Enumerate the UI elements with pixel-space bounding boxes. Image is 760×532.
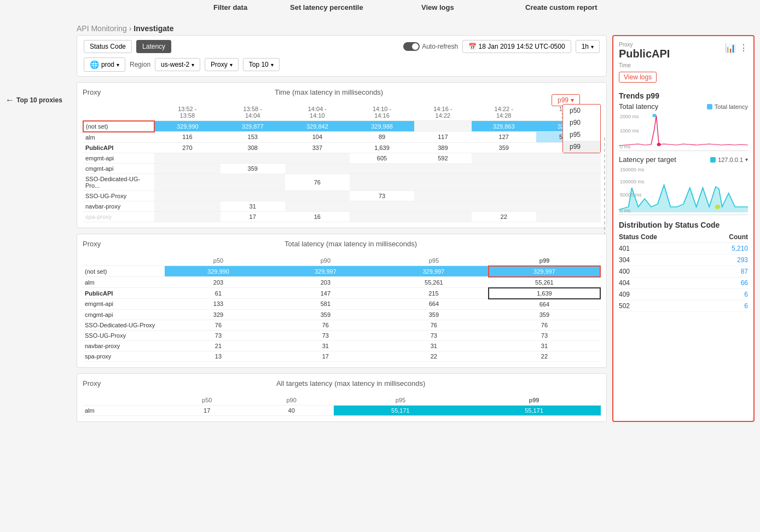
dist-col1-header: Status Code bbox=[619, 232, 705, 243]
table-row: SSO-UG-Proxy 73 bbox=[83, 190, 601, 201]
proxy-col-header bbox=[83, 104, 154, 121]
dist-row-304: 304 293 bbox=[619, 255, 748, 266]
region-label: Region bbox=[130, 61, 150, 68]
dist-row-401: 401 5,210 bbox=[619, 243, 748, 255]
percentile-p95[interactable]: p95 bbox=[563, 129, 600, 141]
latency-per-target-svg bbox=[619, 166, 748, 212]
table-row: alm 17 40 55,171 55,171 bbox=[83, 405, 601, 415]
table-row: SSO-UG-Proxy 73 73 73 73 bbox=[83, 330, 600, 340]
filter-data-annotation: Filter data bbox=[213, 3, 247, 11]
total-latency-chart: 2000 ms 1000 ms 0 ms bbox=[619, 113, 748, 151]
create-report-annotation: Create custom report bbox=[525, 3, 597, 11]
time-col-4: 14:10 -14:16 bbox=[350, 104, 414, 121]
time-range-btn[interactable]: 1h bbox=[576, 40, 600, 53]
table-row: spa-proxy 13 17 22 22 bbox=[83, 351, 600, 361]
more-options-icon[interactable]: ⋮ bbox=[739, 43, 748, 53]
time-label: Time bbox=[619, 62, 748, 68]
breadcrumb: API Monitoring › Investigate bbox=[0, 20, 760, 35]
total-latency-label: Total latency bbox=[619, 102, 658, 111]
table-row: (not set) 329,990 329,997 329,997 329,99… bbox=[83, 266, 600, 277]
chart-icon[interactable]: 📊 bbox=[725, 43, 736, 53]
table-row: PublicAPI 61 147 215 1,639 bbox=[83, 288, 600, 299]
dist-by-status-code-title: Distribution by Status Code bbox=[619, 221, 748, 229]
latency-per-target-legend: 127.0.0.1 ▾ bbox=[710, 157, 748, 163]
svg-point-1 bbox=[657, 143, 661, 146]
total-latency-legend: Total latency bbox=[707, 103, 748, 110]
time-col-3: 14:04 -14:10 bbox=[285, 104, 350, 121]
section3-proxy-header: Proxy bbox=[83, 379, 101, 388]
top-btn[interactable]: Top 10 bbox=[243, 58, 280, 71]
latency-per-target-label: Latency per target bbox=[619, 155, 676, 164]
table-row: navbar-proxy 21 31 31 31 bbox=[83, 340, 600, 351]
total-latency-table: p50 p90 p95 p99 (not set) 329,990 329,99… bbox=[83, 256, 601, 362]
section3-subtitle: All targets latency (max latency in mill… bbox=[101, 379, 601, 388]
table-row: spa-proxy 17 16 22 bbox=[83, 211, 601, 222]
all-targets-table: p50 p90 p95 p99 alm 17 40 55,171 55,171 bbox=[83, 395, 601, 416]
region-btn[interactable]: us-west-2 bbox=[155, 58, 200, 71]
section2-subtitle: Total latency (max latency in millisecon… bbox=[101, 240, 601, 248]
auto-refresh-toggle[interactable]: Auto-refresh bbox=[403, 42, 458, 51]
table-row: alm 203 203 55,261 55,261 bbox=[83, 277, 600, 288]
table-row: emgmt-api 605 592 bbox=[83, 153, 601, 163]
dist-row-404: 404 66 bbox=[619, 277, 748, 289]
trends-title: Trends p99 bbox=[619, 91, 748, 100]
dist-row-400: 400 87 bbox=[619, 266, 748, 277]
percentile-p90[interactable]: p90 bbox=[563, 117, 600, 129]
env-btn[interactable]: 🌐 prod bbox=[84, 57, 125, 72]
time-heatmap-section: Proxy Time (max latency in milliseconds)… bbox=[77, 82, 607, 228]
section1-subtitle: Time (max latency in milliseconds) bbox=[101, 88, 557, 96]
section1-proxy-header: Proxy bbox=[83, 88, 101, 96]
total-latency-section: Proxy Total latency (max latency in mill… bbox=[77, 234, 607, 368]
proxy-btn[interactable]: Proxy bbox=[205, 58, 239, 71]
dist-table: Status Code Count 401 5,210 304 293 400 … bbox=[619, 232, 748, 312]
time-col-6: 14:22 -14:28 bbox=[472, 104, 536, 121]
time-heatmap-table: 13:52 -13:58 13:58 -14:04 14:04 -14:10 1… bbox=[83, 104, 601, 222]
table-row: emgmt-api 133 581 664 664 bbox=[83, 299, 600, 310]
percentile-p50[interactable]: p50 bbox=[563, 105, 600, 117]
top10-proxies-label: ← Top 10 proxies bbox=[5, 35, 77, 422]
latency-btn[interactable]: Latency bbox=[136, 40, 171, 53]
percentile-p99[interactable]: p99 bbox=[563, 141, 600, 153]
table-row: PublicAPI 270 308 337 1,639 389 359 398 bbox=[83, 142, 601, 153]
set-latency-annotation: Set latency percentile bbox=[290, 3, 363, 11]
time-col-1: 13:52 -13:58 bbox=[154, 104, 221, 121]
svg-point-3 bbox=[715, 205, 720, 209]
table-row: SSO-Dedicated-UG-Pro... 76 bbox=[83, 174, 601, 190]
section2-proxy-header: Proxy bbox=[83, 240, 101, 248]
table-row: SSO-Dedicated-UG-Proxy 76 76 76 76 bbox=[83, 320, 600, 330]
table-row: navbar-proxy 31 bbox=[83, 201, 601, 211]
breadcrumb-parent: API Monitoring bbox=[77, 24, 127, 33]
percentile-dropdown: p50 p90 p95 p99 bbox=[562, 104, 601, 153]
dist-row-409: 409 6 bbox=[619, 289, 748, 300]
table-row: cmgmt-api 329 359 359 359 bbox=[83, 309, 600, 320]
panel-icons: 📊 ⋮ bbox=[725, 43, 748, 53]
right-panel: 📊 ⋮ View metric details View in Recent V… bbox=[612, 35, 755, 422]
view-logs-link[interactable]: View logs bbox=[619, 72, 657, 83]
svg-marker-2 bbox=[619, 185, 748, 212]
time-col-5: 14:16 -14:22 bbox=[414, 104, 472, 121]
svg-point-0 bbox=[652, 114, 656, 117]
dist-row-502: 502 6 bbox=[619, 300, 748, 312]
latency-per-target-metric-row: Latency per target 127.0.0.1 ▾ bbox=[619, 155, 748, 164]
total-latency-metric-row: Total latency Total latency bbox=[619, 102, 748, 111]
view-logs-annotation: View logs bbox=[421, 3, 454, 11]
table-row: alm 116 153 104 89 117 127 55,261 bbox=[83, 132, 601, 143]
dist-col2-header: Count bbox=[705, 232, 748, 243]
table-row: cmgmt-api 359 bbox=[83, 163, 601, 174]
latency-per-target-chart: 150000 ms 100000 ms 50000 ms 0 ms bbox=[619, 166, 748, 215]
time-col-2: 13:58 -14:04 bbox=[221, 104, 285, 121]
filter-bar: Status Code Latency Auto-refresh 📅 18 Ja… bbox=[77, 35, 607, 77]
date-picker-btn[interactable]: 📅 18 Jan 2019 14:52 UTC-0500 bbox=[462, 40, 571, 53]
table-row: (not set) 329,990 329,877 329,842 329,98… bbox=[83, 121, 601, 132]
all-targets-section: Proxy All targets latency (max latency i… bbox=[77, 373, 607, 422]
status-code-btn[interactable]: Status Code bbox=[84, 40, 132, 53]
breadcrumb-current: Investigate bbox=[134, 24, 173, 33]
